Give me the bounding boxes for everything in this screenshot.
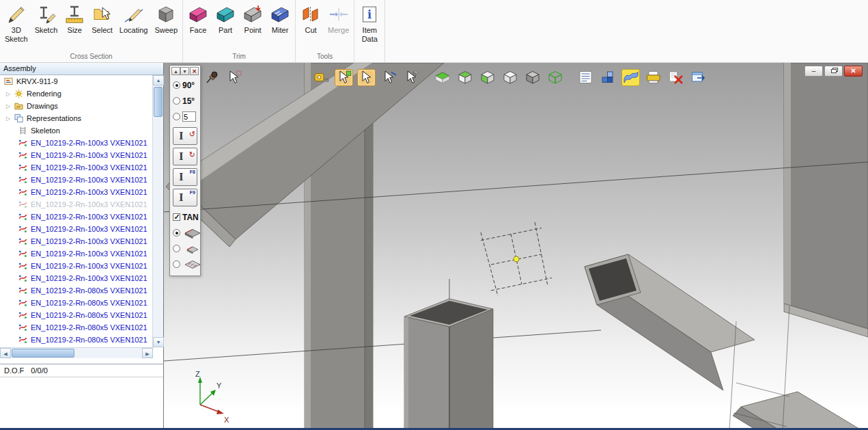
mirror-section-f9-button[interactable]: IF9 xyxy=(173,189,197,206)
tree-vertical-scrollbar[interactable]: ▲ ▼ xyxy=(152,75,163,347)
select-entities-icon[interactable] xyxy=(225,69,243,86)
tree-part-item[interactable]: EN_10219-2-Rn-100x3 VXEN1021 xyxy=(0,161,153,174)
measure-icon[interactable] xyxy=(312,69,331,86)
tree-part-item[interactable]: EN_10219-2-Rn-100x3 VXEN1021 xyxy=(0,149,153,161)
scroll-down-icon[interactable]: ▼ xyxy=(153,337,164,347)
wire-box-icon[interactable] xyxy=(546,69,564,86)
axis-triad: Z Y X xyxy=(195,370,229,424)
delete-icon[interactable] xyxy=(667,69,685,86)
vertical-scrollbar-thumb[interactable] xyxy=(154,87,163,117)
select-box-plain-icon[interactable] xyxy=(501,69,519,86)
tree-part-item[interactable]: EN_10219-2-Rn-080x5 VXEN1021 xyxy=(0,297,153,309)
ribbon-button-sweep[interactable]: Sweep xyxy=(151,1,181,51)
ribbon-button-select[interactable]: Select xyxy=(88,1,116,51)
close-button[interactable]: ✕ xyxy=(844,66,863,77)
tree-horizontal-scrollbar[interactable]: ◀ ▶ xyxy=(0,347,153,358)
beam-bottom-right[interactable] xyxy=(733,392,868,430)
ribbon-button-item-data[interactable]: iItem Data xyxy=(356,1,383,51)
column-right[interactable] xyxy=(784,63,868,337)
panel-close-button[interactable]: ✕ xyxy=(190,67,199,75)
snap-edge-cursor-icon[interactable] xyxy=(380,69,398,86)
open-in-window-icon[interactable] xyxy=(689,69,708,86)
panel-up-button[interactable]: ▲ xyxy=(171,67,180,75)
tree-item-label: EN_10219-2-Rn-100x3 VXEN1021 xyxy=(31,139,148,147)
tree-item-krvx-911-9[interactable]: KRVX-911-9 xyxy=(0,75,153,88)
expand-arrow-icon[interactable]: ▷ xyxy=(4,103,12,109)
tree-part-item[interactable]: EN_10219-2-Rn-100x3 VXEN1021 xyxy=(0,247,153,260)
solid-cube-icon[interactable] xyxy=(523,69,542,86)
tree-part-item[interactable]: EN_10219-2-Rn-100x3 VXEN1021 xyxy=(0,260,153,272)
scroll-left-icon[interactable]: ◀ xyxy=(0,348,11,358)
assembly-root-icon xyxy=(3,77,14,86)
sheets-icon[interactable] xyxy=(644,69,662,86)
tree-part-item[interactable]: EN_10219-2-Rn-100x3 VXEN1021 xyxy=(0,137,153,149)
tree-part-item[interactable]: EN_10219-2-Rn-080x5 VXEN1021 xyxy=(0,321,153,334)
horizontal-scrollbar-thumb[interactable] xyxy=(12,349,74,358)
tree-part-item[interactable]: EN_10219-2-Rn-100x3 VXEN1021 xyxy=(0,211,153,223)
expand-arrow-icon[interactable]: ▷ xyxy=(4,91,12,97)
section-display-hatched[interactable] xyxy=(171,256,199,272)
part-profile-icon xyxy=(18,249,29,258)
pin-icon[interactable] xyxy=(202,69,221,86)
section-display-thin[interactable] xyxy=(171,241,199,256)
custom-angle-input[interactable] xyxy=(182,111,196,122)
beam-diagonal-lower[interactable] xyxy=(585,254,755,390)
sketch-icon xyxy=(36,4,56,25)
select-box-front-icon[interactable] xyxy=(478,69,496,86)
tree-part-item[interactable]: EN_10219-2-Rn-100x3 VXEN1021 xyxy=(0,272,153,284)
pick-part-cursor-icon[interactable] xyxy=(402,69,421,86)
post-center[interactable] xyxy=(404,299,493,430)
3d-viewport[interactable]: Z Y X –✕ ▲ ▼ ✕ 90° 15° I↺I↻IF8IF9 TAN xyxy=(164,63,868,430)
tree-part-item[interactable]: EN_10219-2-Rn-080x5 VXEN1021 xyxy=(0,284,153,297)
angle-90-option[interactable]: 90° xyxy=(171,77,199,93)
mirror-section-f8-button[interactable]: IF8 xyxy=(173,168,197,186)
selection-point[interactable] xyxy=(514,256,519,262)
section-solid-icon xyxy=(184,228,201,239)
restore-button[interactable] xyxy=(824,66,843,77)
rotate-section-cw-button[interactable]: I↻ xyxy=(173,148,197,165)
minimize-button[interactable]: – xyxy=(804,66,823,77)
select-faces-icon[interactable] xyxy=(433,69,451,86)
tree-part-item[interactable]: EN_10219-2-Rn-100x3 VXEN1021 xyxy=(0,198,153,211)
ribbon-button-locating[interactable]: Locating xyxy=(116,1,152,51)
ribbon-button-merge[interactable]: Merge xyxy=(324,1,352,51)
angle-custom-option[interactable] xyxy=(171,109,199,124)
ribbon-button-3d-sketch[interactable]: 3D Sketch xyxy=(1,1,31,51)
components-icon[interactable] xyxy=(599,69,617,86)
ribbon-button-miter[interactable]: Miter xyxy=(266,1,294,51)
tree-part-item[interactable]: EN_10219-2-Rn-100x3 VXEN1021 xyxy=(0,174,153,186)
expand-arrow-icon[interactable]: ▷ xyxy=(4,116,12,122)
select-box-top-icon[interactable] xyxy=(456,69,474,86)
scroll-up-icon[interactable]: ▲ xyxy=(153,75,164,85)
tree-part-item[interactable]: EN_10219-2-Rn-080x5 VXEN1021 xyxy=(0,334,153,346)
section-display-solid[interactable] xyxy=(171,225,199,241)
tree-part-item[interactable]: EN_10219-2-Rn-100x3 VXEN1021 xyxy=(0,235,153,247)
tree-item-label: EN_10219-2-Rn-100x3 VXEN1021 xyxy=(31,274,148,282)
radio-selected-icon xyxy=(173,229,180,237)
part-list-icon[interactable] xyxy=(576,69,595,86)
tree-part-item[interactable]: EN_10219-2-Rn-100x3 VXEN1021 xyxy=(0,223,153,235)
angle-15-option[interactable]: 15° xyxy=(171,93,199,109)
ribbon-group-label: Tools xyxy=(297,51,352,62)
tangent-snap-option[interactable]: TAN xyxy=(171,209,199,225)
tree-item-rendering[interactable]: ▷Rendering xyxy=(0,88,153,100)
panel-down-button[interactable]: ▼ xyxy=(180,67,189,75)
tree-item-skeleton[interactable]: Skeleton xyxy=(0,124,153,137)
scroll-right-icon[interactable]: ▶ xyxy=(142,348,153,358)
tree-item-representations[interactable]: ▷Representations xyxy=(0,112,153,124)
3d-scene[interactable]: Z Y X xyxy=(164,63,868,430)
rotate-section-ccw-button[interactable]: I↺ xyxy=(173,127,197,145)
snap-grid-cursor-icon[interactable] xyxy=(335,69,353,86)
shaded-surface-icon[interactable] xyxy=(621,69,640,86)
ribbon-button-face[interactable]: Face xyxy=(184,1,212,51)
ribbon-button-part[interactable]: Part xyxy=(212,1,239,51)
pick-cursor-icon[interactable] xyxy=(357,69,376,86)
ribbon-button-point[interactable]: Point xyxy=(239,1,266,51)
ribbon-button-sketch[interactable]: Sketch xyxy=(31,1,61,51)
ribbon-button-size[interactable]: Size xyxy=(61,1,88,51)
tree-item-drawings[interactable]: ▷Drawings xyxy=(0,100,153,112)
tree-part-item[interactable]: EN_10219-2-Rn-080x5 VXEN1021 xyxy=(0,309,153,321)
tree-part-item[interactable]: EN_10219-2-Rn-100x3 VXEN1021 xyxy=(0,186,153,198)
ribbon-button-cut[interactable]: Cut xyxy=(297,1,324,51)
assembly-panel-title: Assembly xyxy=(0,63,163,75)
